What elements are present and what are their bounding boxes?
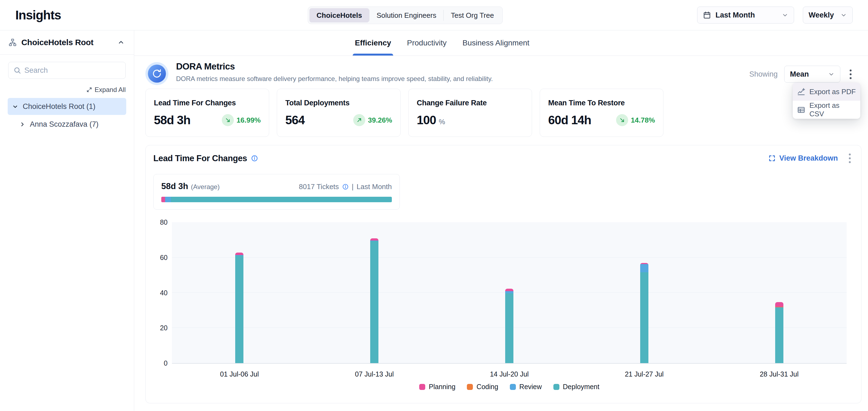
- average-value: 58d 3h: [161, 181, 188, 191]
- export-as-csv-label: Export as CSV: [809, 101, 856, 118]
- tree-item-anna-scozzafava[interactable]: Anna Scozzafava (7): [8, 116, 126, 132]
- chevron-up-icon[interactable]: [116, 38, 126, 47]
- trend-badge: 16.99%: [222, 114, 261, 126]
- org-tab-test-org-tree[interactable]: Test Org Tree: [443, 8, 501, 23]
- chevron-down-icon: [828, 71, 835, 77]
- trend-value: 39.26%: [368, 116, 392, 125]
- aggregation-select[interactable]: Mean: [784, 66, 840, 83]
- search-input[interactable]: [8, 62, 126, 79]
- topbar: Insights ChoiceHotels Solution Engineers…: [0, 0, 868, 30]
- insights-page: Insights ChoiceHotels Solution Engineers…: [0, 0, 868, 411]
- bar-segment-review: [505, 291, 514, 293]
- chevron-right-icon: [19, 121, 26, 128]
- tree-item-label: Anna Scozzafava (7): [30, 120, 99, 129]
- bar-segment-deployment: [775, 308, 783, 363]
- view-breakdown-button[interactable]: View Breakdown: [768, 154, 838, 163]
- progress-segment-planning: [161, 197, 165, 202]
- bar-segment-deployment: [640, 272, 648, 363]
- progress-segment-review: [165, 197, 171, 202]
- legend-swatch-deployment: [553, 384, 559, 390]
- stat-value: 58d 3h: [154, 113, 190, 127]
- expand-corners-icon: [768, 155, 776, 162]
- dora-cycle-icon: [148, 65, 166, 83]
- tab-business-alignment[interactable]: Business Alignment: [461, 30, 531, 56]
- expand-all-button[interactable]: Expand All: [0, 86, 134, 94]
- granularity-select[interactable]: Weekly: [803, 7, 852, 24]
- info-icon[interactable]: [251, 155, 258, 162]
- bar-segment-deployment: [235, 255, 243, 363]
- legend-swatch-coding: [467, 384, 473, 390]
- org-tree-icon: [8, 38, 17, 47]
- chevron-down-icon: [12, 103, 18, 110]
- sidebar-title: ChoiceHotels Root: [21, 38, 112, 47]
- legend-label: Planning: [429, 383, 455, 391]
- stacked-bar-2[interactable]: [370, 238, 378, 363]
- export-as-pdf-item[interactable]: Export as PDF: [793, 83, 860, 101]
- phase-progress-bar: [161, 197, 392, 202]
- stat-label: Total Deployments: [285, 99, 392, 107]
- y-tick-label-20: 20: [160, 324, 167, 332]
- stat-value: 60d 14h: [548, 113, 591, 127]
- legend-label: Review: [520, 383, 542, 391]
- stat-label: Lead Time For Changes: [154, 99, 261, 107]
- chevron-down-icon: [782, 12, 788, 18]
- stacked-bar-1[interactable]: [235, 252, 243, 363]
- stacked-bar-5[interactable]: [775, 302, 783, 363]
- tab-efficiency[interactable]: Efficiency: [353, 30, 393, 56]
- y-tick-label-0: 0: [164, 359, 167, 367]
- x-tick-label-1: 01 Jul-06 Jul: [220, 370, 259, 378]
- stacked-bar-3[interactable]: [505, 289, 514, 363]
- bar-segment-planning: [235, 252, 243, 255]
- trend-value: 14.78%: [631, 116, 655, 125]
- bar-segment-planning: [370, 238, 378, 241]
- org-tree: ChoiceHotels Root (1) Anna Scozzafava (7…: [0, 98, 134, 132]
- bar-plot: [172, 222, 847, 364]
- arrow-down-right-icon: [222, 114, 234, 126]
- legend-item-review[interactable]: Review: [510, 383, 542, 391]
- bar-segment-deployment: [370, 241, 378, 363]
- expand-all-label: Expand All: [95, 86, 126, 94]
- stat-card-total-deployments: Total Deployments 564 39.26%: [277, 89, 401, 137]
- expand-all-icon: [86, 87, 92, 93]
- chevron-down-icon: [840, 12, 847, 18]
- bar-segment-planning: [505, 289, 514, 291]
- aggregation-value: Mean: [790, 70, 809, 78]
- export-as-pdf-label: Export as PDF: [809, 88, 856, 96]
- org-tab-choicehotels[interactable]: ChoiceHotels: [309, 8, 369, 23]
- stacked-bar-4[interactable]: [640, 263, 648, 363]
- legend-item-coding[interactable]: Coding: [467, 383, 498, 391]
- lead-time-title: Lead Time For Changes: [153, 153, 247, 163]
- legend-swatch-planning: [419, 384, 425, 390]
- lead-time-kebab-menu-button[interactable]: [846, 151, 854, 165]
- stat-label: Change Failure Rate: [417, 99, 524, 107]
- sidebar-header: ChoiceHotels Root: [0, 30, 134, 55]
- page-title: Insights: [16, 8, 61, 23]
- legend-swatch-review: [510, 384, 516, 390]
- tickets-count: 8017 Tickets: [299, 182, 339, 191]
- x-tick-label-4: 21 Jul-27 Jul: [625, 370, 664, 378]
- legend-item-planning[interactable]: Planning: [419, 383, 455, 391]
- stat-label: Mean Time To Restore: [548, 99, 655, 107]
- org-tab-solution-engineers[interactable]: Solution Engineers: [369, 8, 443, 23]
- legend-label: Coding: [476, 383, 498, 391]
- y-tick-label-40: 40: [160, 289, 167, 297]
- view-breakdown-label: View Breakdown: [779, 154, 838, 163]
- dora-kebab-menu-button[interactable]: [847, 67, 854, 81]
- x-tick-label-3: 14 Jul-20 Jul: [490, 370, 529, 378]
- dora-header-texts: DORA Metrics DORA metrics measure softwa…: [176, 61, 493, 83]
- stat-card-lead-time: Lead Time For Changes 58d 3h 16.99%: [146, 89, 269, 137]
- main-panel: Efficiency Productivity Business Alignme…: [134, 30, 868, 411]
- progress-segment-deployment: [171, 197, 392, 202]
- bar-segment-review: [640, 264, 648, 272]
- sidebar-search: [8, 62, 126, 79]
- date-range-select[interactable]: Last Month: [697, 7, 794, 24]
- x-tick-label-5: 28 Jul-31 Jul: [760, 370, 799, 378]
- info-icon[interactable]: [342, 183, 349, 190]
- export-as-csv-item[interactable]: Export as CSV: [793, 101, 860, 119]
- tree-item-choicehotels-root[interactable]: ChoiceHotels Root (1): [8, 98, 126, 115]
- x-axis: 01 Jul-06 Jul07 Jul-13 Jul14 Jul-20 Jul2…: [172, 364, 847, 380]
- chart-legend: PlanningCodingReviewDeployment: [172, 383, 847, 391]
- legend-item-deployment[interactable]: Deployment: [553, 383, 599, 391]
- tab-productivity[interactable]: Productivity: [405, 30, 448, 56]
- dora-description: DORA metrics measure software delivery p…: [176, 75, 493, 83]
